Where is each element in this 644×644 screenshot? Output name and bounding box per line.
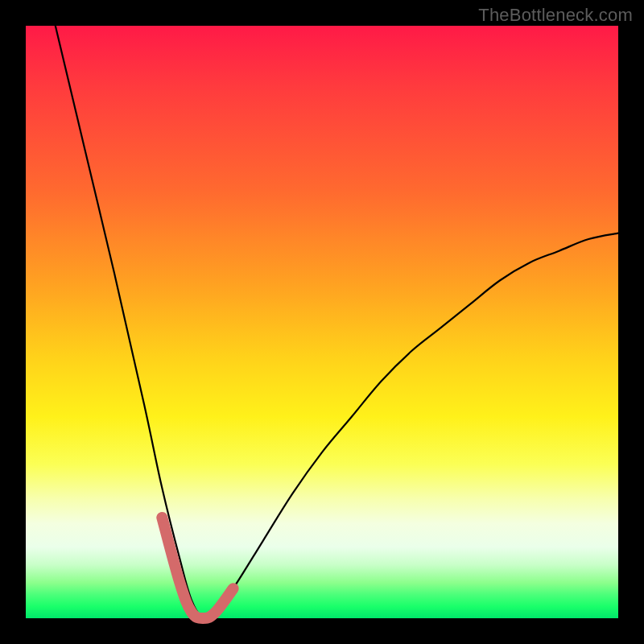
plot-background-gradient (26, 26, 618, 618)
attribution-watermark: TheBottleneck.com (478, 5, 633, 26)
chart-frame: TheBottleneck.com (0, 0, 644, 644)
